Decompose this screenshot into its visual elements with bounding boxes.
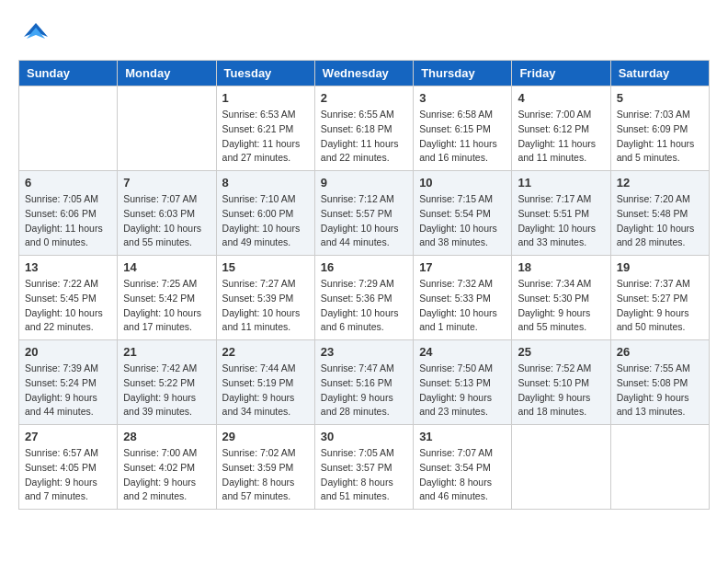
day-info: Sunrise: 7:00 AMSunset: 6:12 PMDaylight:… bbox=[518, 108, 604, 166]
day-number: 17 bbox=[419, 260, 506, 274]
calendar-cell bbox=[512, 425, 610, 510]
day-info: Sunrise: 7:29 AMSunset: 5:36 PMDaylight:… bbox=[321, 277, 407, 335]
day-number: 11 bbox=[518, 176, 604, 190]
day-number: 18 bbox=[518, 260, 604, 274]
calendar-cell: 10Sunrise: 7:15 AMSunset: 5:54 PMDayligh… bbox=[414, 171, 512, 256]
calendar-table: SundayMondayTuesdayWednesdayThursdayFrid… bbox=[18, 60, 710, 510]
day-info: Sunrise: 7:05 AMSunset: 3:57 PMDaylight:… bbox=[321, 446, 407, 504]
day-info: Sunrise: 7:07 AMSunset: 6:03 PMDaylight:… bbox=[123, 192, 210, 250]
calendar-cell: 24Sunrise: 7:50 AMSunset: 5:13 PMDayligh… bbox=[414, 340, 512, 425]
day-info: Sunrise: 7:05 AMSunset: 6:06 PMDaylight:… bbox=[25, 192, 111, 250]
calendar-cell bbox=[19, 86, 118, 171]
day-number: 21 bbox=[123, 345, 210, 359]
day-info: Sunrise: 7:00 AMSunset: 4:02 PMDaylight:… bbox=[123, 446, 210, 504]
calendar-cell: 26Sunrise: 7:55 AMSunset: 5:08 PMDayligh… bbox=[610, 340, 709, 425]
logo-icon bbox=[22, 18, 50, 46]
day-info: Sunrise: 7:20 AMSunset: 5:48 PMDaylight:… bbox=[617, 192, 703, 250]
calendar-cell: 15Sunrise: 7:27 AMSunset: 5:39 PMDayligh… bbox=[216, 256, 314, 340]
day-number: 5 bbox=[617, 91, 703, 105]
calendar-week-row: 13Sunrise: 7:22 AMSunset: 5:45 PMDayligh… bbox=[19, 256, 710, 340]
calendar-cell: 5Sunrise: 7:03 AMSunset: 6:09 PMDaylight… bbox=[610, 86, 709, 171]
day-info: Sunrise: 7:22 AMSunset: 5:45 PMDaylight:… bbox=[25, 277, 111, 335]
calendar-cell: 7Sunrise: 7:07 AMSunset: 6:03 PMDaylight… bbox=[118, 171, 216, 256]
day-number: 8 bbox=[222, 176, 309, 190]
calendar-cell: 17Sunrise: 7:32 AMSunset: 5:33 PMDayligh… bbox=[414, 256, 512, 340]
day-info: Sunrise: 6:58 AMSunset: 6:15 PMDaylight:… bbox=[419, 108, 506, 166]
day-number: 28 bbox=[123, 430, 210, 443]
day-info: Sunrise: 7:03 AMSunset: 6:09 PMDaylight:… bbox=[617, 108, 703, 166]
day-number: 7 bbox=[123, 176, 210, 190]
calendar-cell: 8Sunrise: 7:10 AMSunset: 6:00 PMDaylight… bbox=[216, 171, 314, 256]
day-info: Sunrise: 7:32 AMSunset: 5:33 PMDaylight:… bbox=[419, 277, 506, 335]
day-number: 6 bbox=[25, 176, 111, 190]
weekday-header: Wednesday bbox=[314, 61, 413, 86]
calendar-cell: 18Sunrise: 7:34 AMSunset: 5:30 PMDayligh… bbox=[512, 256, 610, 340]
day-number: 15 bbox=[222, 260, 309, 274]
day-info: Sunrise: 7:47 AMSunset: 5:16 PMDaylight:… bbox=[321, 362, 407, 419]
calendar-cell: 29Sunrise: 7:02 AMSunset: 3:59 PMDayligh… bbox=[216, 425, 314, 510]
day-info: Sunrise: 7:34 AMSunset: 5:30 PMDaylight:… bbox=[518, 277, 604, 335]
day-number: 9 bbox=[321, 176, 407, 190]
calendar-cell: 28Sunrise: 7:00 AMSunset: 4:02 PMDayligh… bbox=[118, 425, 216, 510]
day-number: 16 bbox=[321, 260, 407, 274]
day-info: Sunrise: 6:57 AMSunset: 4:05 PMDaylight:… bbox=[25, 446, 111, 504]
weekday-header: Friday bbox=[512, 61, 610, 86]
calendar-week-row: 6Sunrise: 7:05 AMSunset: 6:06 PMDaylight… bbox=[19, 171, 710, 256]
calendar-cell: 12Sunrise: 7:20 AMSunset: 5:48 PMDayligh… bbox=[610, 171, 709, 256]
calendar-week-row: 27Sunrise: 6:57 AMSunset: 4:05 PMDayligh… bbox=[19, 425, 710, 510]
day-info: Sunrise: 7:37 AMSunset: 5:27 PMDaylight:… bbox=[617, 277, 703, 335]
day-number: 4 bbox=[518, 91, 604, 105]
day-number: 3 bbox=[419, 91, 506, 105]
calendar-cell bbox=[610, 425, 709, 510]
page-header bbox=[18, 18, 710, 51]
day-info: Sunrise: 7:42 AMSunset: 5:22 PMDaylight:… bbox=[123, 362, 210, 419]
weekday-header: Monday bbox=[118, 61, 216, 86]
day-info: Sunrise: 7:52 AMSunset: 5:10 PMDaylight:… bbox=[518, 362, 604, 419]
day-info: Sunrise: 7:07 AMSunset: 3:54 PMDaylight:… bbox=[419, 446, 506, 504]
calendar-cell: 13Sunrise: 7:22 AMSunset: 5:45 PMDayligh… bbox=[19, 256, 118, 340]
calendar-cell: 16Sunrise: 7:29 AMSunset: 5:36 PMDayligh… bbox=[314, 256, 413, 340]
calendar-cell: 11Sunrise: 7:17 AMSunset: 5:51 PMDayligh… bbox=[512, 171, 610, 256]
day-number: 27 bbox=[25, 430, 111, 443]
weekday-header: Saturday bbox=[610, 61, 709, 86]
day-info: Sunrise: 7:25 AMSunset: 5:42 PMDaylight:… bbox=[123, 277, 210, 335]
day-info: Sunrise: 7:50 AMSunset: 5:13 PMDaylight:… bbox=[419, 362, 506, 419]
day-info: Sunrise: 7:02 AMSunset: 3:59 PMDaylight:… bbox=[222, 446, 309, 504]
calendar-cell: 1Sunrise: 6:53 AMSunset: 6:21 PMDaylight… bbox=[216, 86, 314, 171]
calendar-week-row: 1Sunrise: 6:53 AMSunset: 6:21 PMDaylight… bbox=[19, 86, 710, 171]
day-number: 26 bbox=[617, 345, 703, 359]
calendar-cell: 30Sunrise: 7:05 AMSunset: 3:57 PMDayligh… bbox=[314, 425, 413, 510]
calendar-cell: 19Sunrise: 7:37 AMSunset: 5:27 PMDayligh… bbox=[610, 256, 709, 340]
day-info: Sunrise: 7:12 AMSunset: 5:57 PMDaylight:… bbox=[321, 192, 407, 250]
day-info: Sunrise: 7:15 AMSunset: 5:54 PMDaylight:… bbox=[419, 192, 506, 250]
day-number: 1 bbox=[222, 91, 309, 105]
calendar-cell: 25Sunrise: 7:52 AMSunset: 5:10 PMDayligh… bbox=[512, 340, 610, 425]
calendar-cell: 9Sunrise: 7:12 AMSunset: 5:57 PMDaylight… bbox=[314, 171, 413, 256]
calendar-cell: 27Sunrise: 6:57 AMSunset: 4:05 PMDayligh… bbox=[19, 425, 118, 510]
day-info: Sunrise: 6:53 AMSunset: 6:21 PMDaylight:… bbox=[222, 108, 309, 166]
day-number: 12 bbox=[617, 176, 703, 190]
day-number: 31 bbox=[419, 430, 506, 443]
calendar-cell: 2Sunrise: 6:55 AMSunset: 6:18 PMDaylight… bbox=[314, 86, 413, 171]
day-number: 13 bbox=[25, 260, 111, 274]
day-info: Sunrise: 7:17 AMSunset: 5:51 PMDaylight:… bbox=[518, 192, 604, 250]
day-number: 2 bbox=[321, 91, 407, 105]
calendar-cell: 14Sunrise: 7:25 AMSunset: 5:42 PMDayligh… bbox=[118, 256, 216, 340]
calendar-cell: 20Sunrise: 7:39 AMSunset: 5:24 PMDayligh… bbox=[19, 340, 118, 425]
weekday-header: Sunday bbox=[19, 61, 118, 86]
day-info: Sunrise: 7:55 AMSunset: 5:08 PMDaylight:… bbox=[617, 362, 703, 419]
day-number: 30 bbox=[321, 430, 407, 443]
day-info: Sunrise: 7:10 AMSunset: 6:00 PMDaylight:… bbox=[222, 192, 309, 250]
day-number: 23 bbox=[321, 345, 407, 359]
day-number: 20 bbox=[25, 345, 111, 359]
weekday-header: Thursday bbox=[414, 61, 512, 86]
calendar-cell bbox=[118, 86, 216, 171]
calendar-week-row: 20Sunrise: 7:39 AMSunset: 5:24 PMDayligh… bbox=[19, 340, 710, 425]
day-number: 29 bbox=[222, 430, 309, 443]
day-info: Sunrise: 6:55 AMSunset: 6:18 PMDaylight:… bbox=[321, 108, 407, 166]
day-info: Sunrise: 7:27 AMSunset: 5:39 PMDaylight:… bbox=[222, 277, 309, 335]
day-number: 10 bbox=[419, 176, 506, 190]
calendar-cell: 6Sunrise: 7:05 AMSunset: 6:06 PMDaylight… bbox=[19, 171, 118, 256]
day-info: Sunrise: 7:44 AMSunset: 5:19 PMDaylight:… bbox=[222, 362, 309, 419]
day-number: 22 bbox=[222, 345, 309, 359]
